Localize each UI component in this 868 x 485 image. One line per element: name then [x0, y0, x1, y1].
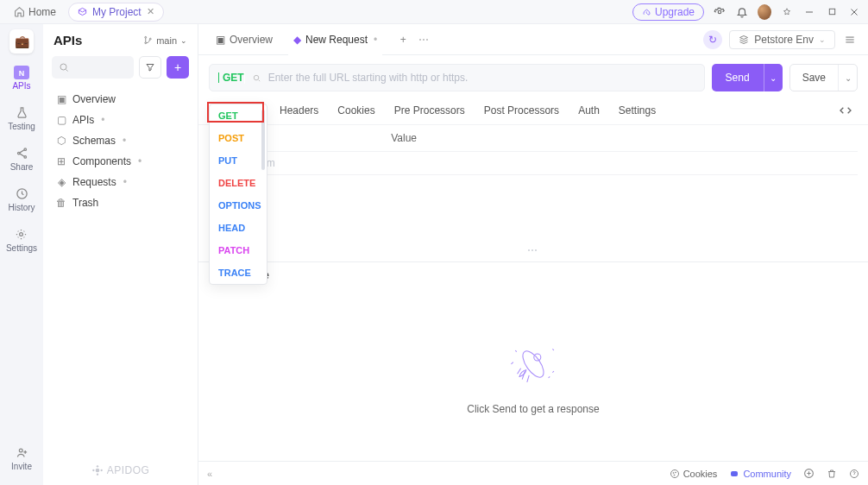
component-icon: ⊞ [55, 155, 67, 167]
dirty-dot: • [374, 34, 377, 46]
add-tab-button[interactable]: + [393, 29, 413, 50]
tree-schemas[interactable]: ⬡Schemas• [43, 130, 198, 151]
status-community[interactable]: Community [729, 469, 791, 479]
tab-project[interactable]: My Project ✕ [68, 3, 164, 22]
tab-overview[interactable]: ▣ Overview [205, 24, 283, 54]
method-option-post[interactable]: POST [210, 127, 267, 149]
rail-settings[interactable]: Settings [6, 226, 37, 253]
add-param-row[interactable]: am [209, 152, 858, 175]
rail-history[interactable]: History [8, 186, 35, 212]
svg-point-19 [100, 469, 102, 471]
reqtab-cookies[interactable]: Cookies [337, 104, 374, 117]
rail-invite[interactable]: Invite [11, 444, 32, 471]
pin-icon[interactable] [780, 5, 794, 19]
code-icon[interactable] [839, 104, 852, 117]
trash-icon [827, 469, 837, 479]
method-option-get[interactable]: GET [210, 104, 267, 127]
response-header[interactable]: ⌄ Response [198, 262, 868, 288]
tree-trash[interactable]: 🗑Trash [43, 192, 198, 213]
rail-apis[interactable]: APIs [12, 66, 30, 91]
svg-point-27 [673, 472, 674, 473]
reqtab-settings[interactable]: Settings [619, 104, 656, 117]
maximize-icon[interactable] [825, 5, 839, 19]
tab-project-label: My Project [92, 6, 142, 18]
method-option-options[interactable]: OPTIONS [210, 194, 267, 217]
close-icon[interactable]: ✕ [147, 6, 154, 17]
resize-handle[interactable]: ⋯ [198, 239, 868, 261]
save-button[interactable]: Save ⌄ [789, 64, 858, 91]
tab-home[interactable]: Home [7, 3, 63, 21]
tree-components[interactable]: ⊞Components• [43, 151, 198, 172]
tree-overview[interactable]: ▣Overview [43, 89, 198, 110]
chevron-down-icon: ⌄ [180, 36, 187, 45]
svg-point-13 [149, 38, 151, 40]
bell-icon[interactable] [735, 5, 749, 19]
minimize-icon[interactable] [802, 5, 816, 19]
method-option-delete[interactable]: DELETE [210, 172, 267, 194]
reqtab-headers[interactable]: Headers [280, 104, 318, 117]
gear-icon[interactable] [713, 5, 726, 19]
status-help[interactable] [849, 469, 859, 479]
scrollbar[interactable] [261, 110, 265, 170]
env-selector[interactable]: Petstore Env ⌄ [729, 30, 835, 49]
send-button[interactable]: Send ⌄ [712, 64, 783, 91]
rail-share[interactable]: Share [10, 145, 34, 172]
method-option-patch[interactable]: PATCH [210, 239, 267, 261]
response-section: ⌄ Response Click Send to get a response [198, 261, 868, 461]
svg-point-6 [17, 152, 20, 154]
branch-selector[interactable]: main ⌄ [143, 35, 187, 46]
svg-point-12 [145, 42, 147, 44]
add-button[interactable]: + [167, 56, 189, 79]
save-dropdown[interactable]: ⌄ [838, 65, 857, 91]
help-icon [849, 469, 859, 479]
plus-icon: + [400, 34, 406, 46]
method-option-head[interactable]: HEAD [210, 217, 267, 239]
response-empty-text: Click Send to get a response [467, 403, 599, 415]
rocket-icon [499, 334, 568, 394]
svg-point-11 [145, 36, 147, 38]
sidebar: APIs main ⌄ + ▣Overview ▢APIs• ⬡Schemas•… [43, 24, 198, 485]
status-cookies[interactable]: Cookies [670, 469, 718, 479]
sidebar-search[interactable] [52, 56, 134, 79]
env-circle-button[interactable]: ↻ [703, 30, 722, 49]
method-dropdown: GETPOSTPUTDELETEOPTIONSHEADPATCHTRACE [209, 104, 267, 285]
schema-icon: ⬡ [55, 135, 67, 147]
request-tabs: Headers Cookies Pre Processors Post Proc… [198, 98, 868, 125]
url-row: GET Send ⌄ Save ⌄ [198, 55, 868, 98]
svg-point-10 [19, 449, 22, 452]
method-option-put[interactable]: PUT [210, 149, 267, 172]
collapse-sidebar-icon[interactable]: « [207, 469, 212, 479]
reqtab-pre[interactable]: Pre Processors [394, 104, 465, 117]
svg-point-16 [96, 465, 97, 467]
main: ▣ Overview ◆ New Request • + ⋯ ↻ Petstor… [198, 24, 868, 485]
tree-requests[interactable]: ◈Requests• [43, 172, 198, 192]
status-plus[interactable] [803, 468, 815, 479]
url-box: GET [209, 64, 705, 91]
close-window-icon[interactable] [847, 5, 861, 19]
reqtab-post[interactable]: Post Processors [484, 104, 559, 117]
method-option-trace[interactable]: TRACE [210, 261, 267, 284]
refresh-icon: ↻ [708, 34, 717, 46]
send-dropdown[interactable]: ⌄ [764, 64, 783, 91]
svg-point-29 [674, 475, 675, 476]
tab-new-request[interactable]: ◆ New Request • [283, 24, 387, 54]
url-input[interactable] [268, 72, 695, 84]
filter-button[interactable] [139, 56, 161, 79]
branch-icon [143, 35, 153, 45]
plus-circle-icon [803, 468, 815, 479]
rail-testing[interactable]: Testing [8, 104, 35, 131]
table-header: Value [209, 125, 858, 152]
dots-icon: ⋯ [418, 34, 429, 46]
box-icon [78, 7, 87, 16]
avatar[interactable] [758, 5, 771, 19]
upgrade-button[interactable]: Upgrade [632, 3, 704, 21]
reqtab-auth[interactable]: Auth [578, 104, 600, 117]
tree-apis[interactable]: ▢APIs• [43, 110, 198, 130]
workspace-icon[interactable]: 💼 [9, 29, 34, 54]
status-trash[interactable] [827, 469, 837, 479]
svg-point-7 [24, 155, 27, 158]
more-tabs-button[interactable]: ⋯ [413, 29, 434, 50]
hamburger-icon[interactable] [842, 32, 858, 47]
overview-icon: ▣ [55, 93, 67, 105]
method-selector[interactable]: GET [218, 72, 245, 84]
